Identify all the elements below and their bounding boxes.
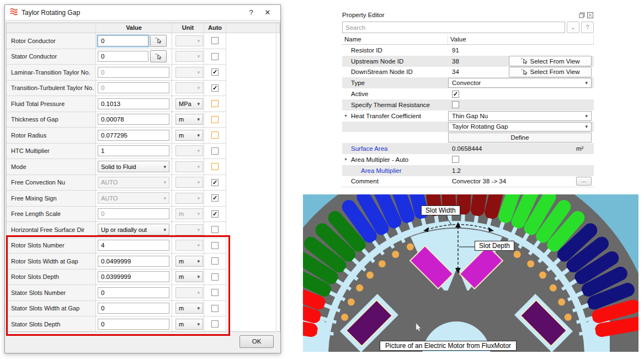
auto-checkbox[interactable]: [211, 163, 219, 170]
auto-checkbox[interactable]: [211, 37, 219, 44]
auto-checkbox[interactable]: ✓: [211, 194, 219, 202]
row-auto-cell: [204, 254, 226, 270]
unit-select: ▾: [175, 193, 203, 204]
auto-checkbox[interactable]: ✓: [211, 210, 219, 218]
row-label: HTC Multiplier: [7, 144, 96, 160]
close-panel-icon[interactable]: [587, 12, 594, 18]
auto-checkbox[interactable]: [211, 116, 219, 123]
row-unit-cell: m▾: [172, 112, 204, 128]
unit-select[interactable]: m▾: [175, 303, 203, 314]
unit-select: ▾: [175, 224, 203, 235]
row-value-cell: 0.1013: [96, 96, 172, 112]
row-label: Free Mixing Sign: [7, 191, 96, 207]
row-unit-cell: ▾: [172, 81, 204, 97]
value-input[interactable]: 0: [98, 67, 169, 78]
value-select[interactable]: Up or radially out▾: [98, 224, 169, 235]
value-input[interactable]: 0: [98, 303, 169, 314]
help-button[interactable]: ?: [243, 6, 259, 19]
slot-opening-notch: [461, 214, 465, 223]
auto-checkbox[interactable]: ✓: [211, 68, 219, 76]
chevron-down-icon: ▾: [585, 80, 588, 86]
row-label: Rotor Conductor: [7, 33, 96, 49]
unit-select[interactable]: m▾: [175, 256, 203, 267]
value-input[interactable]: 0: [98, 35, 148, 46]
property-value-text: 34: [452, 68, 459, 75]
expander-triangle-icon[interactable]: ▼: [344, 114, 348, 118]
property-value-cell: 91: [448, 45, 594, 56]
property-checkbox[interactable]: [452, 156, 459, 163]
value-input[interactable]: 0: [98, 319, 169, 330]
ok-button[interactable]: OK: [239, 335, 274, 348]
auto-checkbox[interactable]: [211, 273, 219, 281]
motor-cross-section: [303, 194, 638, 352]
chevron-down-icon: ▾: [197, 101, 200, 107]
search-input[interactable]: [342, 22, 565, 33]
rotor-dot: [550, 284, 557, 292]
value-input[interactable]: 4: [98, 240, 169, 251]
property-checkbox[interactable]: ✓: [452, 91, 459, 98]
comment-more-button[interactable]: ...: [576, 177, 592, 186]
select-from-view-label: Select From View: [530, 58, 580, 65]
select-from-view-button[interactable]: [150, 35, 167, 47]
search-options-button[interactable]: ⌄: [567, 22, 579, 33]
property-select[interactable]: Taylor Rotating Gap▾: [448, 122, 592, 132]
dialog-row: Rotor Slots Depth0.0399999m▾: [7, 270, 280, 286]
value-input[interactable]: 1: [98, 145, 169, 156]
property-checkbox[interactable]: [452, 101, 459, 108]
property-name: Upstream Node ID: [342, 58, 448, 65]
unit-select[interactable]: MPa▾: [175, 98, 203, 109]
property-row: Define: [342, 132, 594, 143]
dialog-row: Rotor Slots Number4▾: [7, 238, 280, 254]
value-select[interactable]: Solid to Fluid▾: [98, 161, 169, 172]
chevron-down-icon: ▾: [197, 133, 200, 138]
auto-checkbox[interactable]: [211, 147, 219, 155]
property-select[interactable]: Convector▾: [448, 78, 592, 88]
unit-text: m: [179, 258, 184, 265]
row-label: Stator Slots Number: [7, 285, 96, 301]
auto-checkbox[interactable]: [211, 257, 219, 265]
expander-triangle-icon[interactable]: ▼: [344, 157, 348, 161]
auto-checkbox[interactable]: ✓: [211, 85, 219, 92]
value-input[interactable]: 0.0399999: [98, 271, 169, 282]
auto-checkbox[interactable]: [211, 320, 219, 328]
dialog-row: Stator Slots Depth0m▾: [7, 316, 280, 332]
value-input[interactable]: 0.00078: [98, 114, 169, 125]
dialog-row: Stator Slots Number0▾: [7, 285, 280, 301]
property-value-cell: Taylor Rotating Gap▾: [448, 122, 594, 133]
auto-checkbox[interactable]: [211, 305, 219, 312]
property-select[interactable]: Thin Gap Nu▾: [448, 111, 592, 121]
value-input[interactable]: 0: [98, 82, 169, 93]
close-button[interactable]: ✕: [259, 6, 276, 19]
unit-select[interactable]: m▾: [175, 271, 203, 282]
select-from-view-button[interactable]: [150, 50, 167, 62]
row-value-cell: 0: [96, 33, 172, 49]
value-input[interactable]: 0: [98, 51, 148, 62]
value-input[interactable]: 0: [98, 287, 169, 298]
value-select: AUTO▾: [98, 192, 169, 204]
unit-text: m: [179, 305, 184, 312]
unit-select[interactable]: m▾: [175, 130, 203, 141]
row-label: Rotor Radius: [7, 128, 96, 144]
auto-checkbox[interactable]: [211, 131, 219, 139]
value-input[interactable]: 0.077295: [98, 130, 169, 141]
auto-checkbox[interactable]: [211, 53, 219, 60]
unit-select[interactable]: m▾: [175, 319, 203, 330]
value-input[interactable]: 0: [98, 208, 169, 219]
auto-checkbox[interactable]: [211, 100, 219, 107]
auto-checkbox[interactable]: [211, 289, 219, 296]
row-label: Transition-Turbulent Taylor No.: [7, 81, 96, 97]
search-help-button[interactable]: ?: [581, 22, 594, 33]
value-input[interactable]: 0.1013: [98, 98, 169, 109]
define-button[interactable]: Define: [448, 133, 592, 142]
unit-select[interactable]: m▾: [175, 114, 203, 125]
property-row: CommentConvector 38 -> 34...: [342, 176, 594, 187]
float-panel-icon[interactable]: [578, 12, 586, 18]
value-input[interactable]: 0.0499999: [98, 256, 169, 267]
rotor-dot: [366, 272, 374, 279]
auto-checkbox[interactable]: [211, 242, 219, 249]
select-from-view-button[interactable]: Select From View: [509, 56, 592, 66]
auto-checkbox[interactable]: [211, 226, 219, 233]
auto-checkbox[interactable]: ✓: [211, 179, 219, 186]
dialog-titlebar[interactable]: Taylor Rotating Gap ? ✕: [5, 5, 280, 20]
select-from-view-button[interactable]: Select From View: [509, 67, 592, 77]
